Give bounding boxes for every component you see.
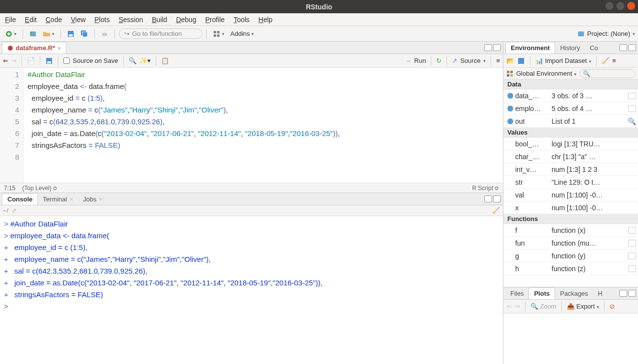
tab-jobs[interactable]: Jobs × (78, 193, 108, 205)
tab-help[interactable]: H (593, 287, 607, 299)
load-workspace-icon[interactable]: 📂 (506, 57, 514, 64)
addins-button[interactable]: Addins ▾ (228, 28, 256, 40)
grid-button[interactable]: ▾ (211, 28, 226, 40)
env-row[interactable]: bool_…logi [1:3] TRU… (503, 138, 638, 150)
minimize-pane-icon[interactable] (619, 44, 627, 51)
env-row[interactable]: char_…chr [1:3] "a" … (503, 150, 638, 163)
env-row[interactable]: emplo…5 obs. of 4 … (503, 102, 638, 115)
env-row[interactable]: xnum [1:100] -0… (503, 201, 638, 214)
tab-environment[interactable]: Environment (505, 42, 555, 54)
inspect-icon[interactable]: 🔍 (628, 117, 636, 125)
compile-report-icon[interactable]: 📋 (161, 57, 169, 64)
console-path-icon[interactable]: ⇗ (11, 207, 17, 214)
forward-icon[interactable]: ⇒ (11, 57, 17, 64)
print-button[interactable] (99, 28, 111, 40)
rerun-icon[interactable]: ↻ (436, 57, 442, 64)
menu-file[interactable]: File (5, 16, 16, 24)
console-output[interactable]: > #Author DataFlair > employee_data <- d… (0, 216, 503, 364)
save-icon[interactable] (45, 57, 53, 65)
menu-profile[interactable]: Profile (205, 16, 225, 24)
env-row[interactable]: hfunction (z) (503, 262, 638, 275)
save-button[interactable] (65, 28, 77, 40)
maximize-pane-icon[interactable] (628, 44, 636, 51)
svg-rect-16 (47, 61, 51, 63)
clear-console-icon[interactable]: 🧹 (492, 207, 500, 214)
view-data-icon[interactable] (628, 240, 636, 247)
export-button[interactable]: 📤 Export ▾ (567, 303, 599, 310)
tab-packages[interactable]: Packages (555, 287, 593, 299)
view-data-icon[interactable] (628, 92, 636, 99)
view-data-icon[interactable] (628, 227, 636, 234)
view-data-icon[interactable] (628, 252, 636, 259)
find-icon[interactable]: 🔍 (129, 57, 137, 64)
env-row[interactable]: funfunction (mu… (503, 237, 638, 250)
close-tab-icon[interactable]: × (57, 45, 60, 51)
back-icon[interactable]: ⇐ (3, 57, 8, 64)
menu-view[interactable]: View (71, 16, 85, 24)
maximize-icon[interactable] (616, 2, 624, 10)
project-selector[interactable]: Project: (None) ▾ (577, 30, 635, 38)
clear-env-icon[interactable]: 🧹 (602, 57, 610, 64)
view-data-icon[interactable] (628, 265, 636, 272)
close-icon[interactable] (627, 2, 635, 10)
menu-edit[interactable]: Edit (25, 16, 37, 24)
open-file-button[interactable]: ▾ (41, 28, 56, 40)
menu-build[interactable]: Build (152, 16, 167, 24)
save-workspace-icon[interactable] (517, 57, 525, 65)
new-file-button[interactable]: ▾ (3, 28, 19, 40)
wand-icon[interactable]: ✨▾ (139, 57, 151, 64)
tab-console[interactable]: Console (2, 193, 38, 205)
outline-icon[interactable]: ≡ (496, 57, 500, 64)
source-toolbar: ⇐ ⇒ 📄 Source on Save 🔍 ✨▾ 📋 → Run ↻ (0, 54, 503, 68)
svg-point-14 (8, 46, 13, 51)
tab-plots[interactable]: Plots (528, 287, 555, 299)
import-dataset-button[interactable]: 📊 Import Dataset ▾ (535, 57, 591, 64)
new-project-button[interactable] (27, 28, 39, 40)
maximize-pane-icon[interactable] (493, 44, 501, 51)
env-scope-bar: Global Environment ▾ 🔍 (503, 68, 638, 80)
list-view-icon[interactable]: ≡ (612, 57, 616, 64)
env-row[interactable]: ffunction (x) (503, 224, 638, 237)
tab-terminal[interactable]: Terminal × (38, 193, 78, 205)
save-all-button[interactable] (79, 28, 90, 40)
menu-session[interactable]: Session (118, 16, 143, 24)
env-search-input[interactable]: 🔍 (580, 69, 635, 78)
maximize-pane-icon[interactable] (493, 196, 501, 202)
source-tab[interactable]: dataframe.R* × (2, 42, 66, 54)
source-tabbar: dataframe.R* × (0, 42, 503, 54)
env-row[interactable]: outList of 1🔍 (503, 115, 638, 128)
menu-tools[interactable]: Tools (233, 16, 250, 24)
env-row[interactable]: valnum [1:100] -0… (503, 189, 638, 201)
code-area[interactable]: #Author DataFlair employee_data <- data.… (24, 68, 503, 183)
minimize-pane-icon[interactable] (619, 290, 627, 297)
env-row[interactable]: str"Line 129: O t… (503, 176, 638, 189)
minimize-pane-icon[interactable] (484, 196, 492, 202)
remove-plot-icon[interactable]: ⊘ (610, 303, 615, 310)
data-object-icon (507, 106, 513, 112)
menu-code[interactable]: Code (46, 16, 62, 24)
next-plot-icon[interactable]: ⇒ (515, 303, 520, 310)
goto-file-input[interactable]: ↪ Go to file/function (119, 28, 202, 39)
source-button[interactable]: Source (460, 57, 480, 64)
env-row[interactable]: int_v…num [1:3] 1 2 3 (503, 163, 638, 176)
run-button[interactable]: Run (414, 57, 426, 64)
menu-debug[interactable]: Debug (176, 16, 196, 24)
tab-history[interactable]: History (555, 42, 584, 54)
tab-files[interactable]: Files (505, 287, 528, 299)
view-data-icon[interactable] (628, 105, 636, 112)
source-on-save-checkbox[interactable] (63, 57, 70, 64)
env-list[interactable]: Datadata_…3 obs. of 3 …emplo…5 obs. of 4… (503, 80, 638, 287)
env-row[interactable]: data_…3 obs. of 3 … (503, 89, 638, 102)
show-in-new-window-icon[interactable]: 📄 (27, 57, 35, 64)
maximize-pane-icon[interactable] (628, 290, 636, 297)
prev-plot-icon[interactable]: ⇐ (506, 303, 512, 310)
minimize-pane-icon[interactable] (484, 44, 492, 51)
tab-connections[interactable]: Co (585, 42, 603, 54)
menu-help[interactable]: Help (258, 16, 273, 24)
source-editor[interactable]: 12345678 #Author DataFlair employee_data… (0, 68, 503, 183)
menu-plots[interactable]: Plots (94, 16, 110, 24)
zoom-button[interactable]: 🔍 Zoom (530, 303, 556, 310)
env-row[interactable]: gfunction (y) (503, 250, 638, 262)
scope-selector[interactable]: Global Environment ▾ (516, 70, 577, 77)
minimize-icon[interactable] (606, 2, 613, 10)
